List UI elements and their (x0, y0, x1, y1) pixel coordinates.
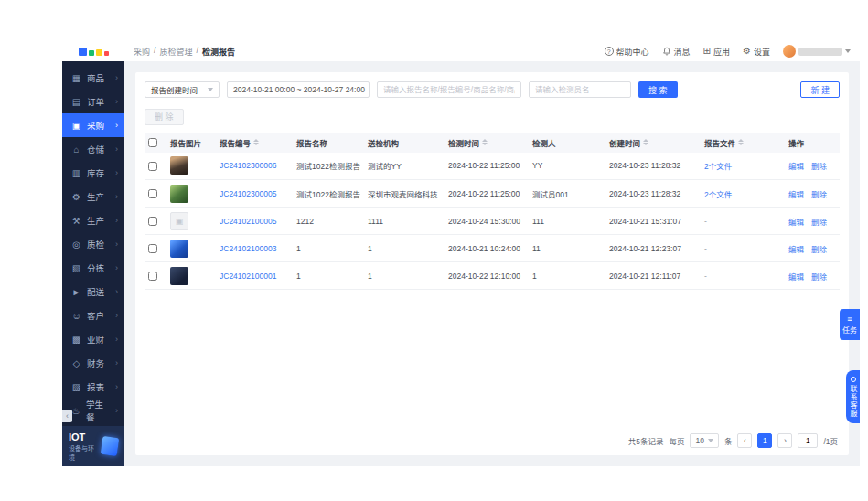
chevron-right-icon: › (115, 358, 118, 368)
edit-link[interactable]: 编辑 (788, 162, 804, 171)
iot-panel[interactable]: IOT 设备与环境 (62, 426, 124, 466)
sidebar-item-sorting[interactable]: ▧ 分拣 › (62, 256, 124, 280)
breadcrumb-item[interactable]: 质检管理 (160, 46, 193, 58)
report-no-link[interactable]: JC24102100005 (220, 217, 276, 226)
delete-link[interactable]: 删除 (811, 245, 827, 254)
chevron-right-icon: › (115, 192, 118, 201)
create-button[interactable]: 新 建 (800, 81, 840, 98)
page-size-select[interactable]: 10 (690, 433, 718, 448)
chevron-right-icon: › (115, 73, 118, 82)
report-thumbnail[interactable] (170, 240, 188, 258)
inventory-icon: ▥ (71, 168, 81, 178)
sort-icon[interactable] (643, 139, 648, 145)
page: 采购 / 质检管理 / 检测报告 ? 帮助中心 消息 ⊞ 应用 (0, 0, 868, 501)
delete-link[interactable]: 删除 (811, 190, 827, 199)
sidebar-item-label: 业财 (87, 333, 104, 346)
report-thumbnail-placeholder[interactable]: ▣ (170, 212, 188, 230)
page-jump-input[interactable] (798, 433, 818, 448)
cell-created-at: 2024-10-23 11:28:32 (605, 180, 701, 208)
sort-icon[interactable] (253, 139, 259, 145)
production-icon: ⚙ (71, 192, 81, 202)
filter-type-select[interactable]: 报告创建时间 (145, 81, 220, 98)
sorting-icon: ▧ (71, 263, 81, 273)
delete-link[interactable]: 删除 (811, 218, 827, 227)
sidebar-item-delivery[interactable]: ► 配送 › (62, 280, 124, 304)
sidebar-item-goods[interactable]: ▦ 商品 › (62, 66, 124, 90)
goods-icon: ▦ (71, 73, 81, 83)
logo-block-blue (79, 48, 87, 56)
chevron-right-icon: › (115, 121, 118, 130)
prev-page-button[interactable]: ‹ (737, 433, 752, 448)
sidebar-item-inventory[interactable]: ▥ 库存 › (62, 161, 124, 185)
edit-link[interactable]: 编辑 (788, 272, 804, 282)
row-checkbox[interactable] (148, 189, 157, 198)
edit-link[interactable]: 编辑 (788, 245, 804, 254)
sidebar-item-label: 财务 (87, 357, 104, 369)
sidebar-item-warehouse[interactable]: ⌂ 仓储 › (62, 137, 124, 161)
cell-test-time: 2024-10-22 12:10:00 (445, 262, 529, 290)
sidebar-item-label: 分拣 (87, 261, 104, 274)
sidebar-item-quality[interactable]: ◎ 质检 › (62, 232, 124, 256)
sidebar: ▦ 商品 › ▤ 订单 › ▣ 采购 › ⌂ 仓储 › (62, 61, 124, 466)
report-thumbnail[interactable] (170, 185, 188, 203)
cell-tester: 11 (529, 235, 605, 262)
production-alt-icon: ⚒ (71, 216, 81, 226)
sidebar-item-label: 配送 (87, 285, 104, 298)
search-button[interactable]: 搜 索 (638, 81, 678, 98)
sidebar-item-customers[interactable]: ☺ 客户 › (62, 304, 124, 327)
sidebar-item-label: 报表 (87, 380, 104, 393)
sidebar-item-label: 库存 (87, 166, 104, 179)
sidebar-item-procurement[interactable]: ▣ 采购 › (62, 113, 124, 137)
sidebar-item-production-2[interactable]: ⚒ 生产 › (62, 208, 124, 232)
row-checkbox[interactable] (148, 162, 157, 171)
column-header: 送检机构 (368, 137, 399, 148)
chevron-down-icon (208, 88, 213, 91)
sidebar-item-orders[interactable]: ▤ 订单 › (62, 90, 124, 113)
table-row: JC24102300005 测试1022检测报告 深圳市观麦网络科技 2024-… (145, 180, 840, 208)
support-floating-button[interactable]: 联系客服 (846, 370, 860, 423)
help-center-button[interactable]: ? 帮助中心 (605, 46, 649, 58)
report-thumbnail[interactable] (170, 267, 188, 285)
select-all-checkbox[interactable] (148, 138, 157, 147)
cell-report-name: 1 (293, 262, 364, 290)
files-link[interactable]: 2个文件 (704, 190, 732, 199)
report-no-link[interactable]: JC24102100001 (220, 272, 276, 281)
cell-test-time: 2024-10-22 11:25:00 (445, 180, 529, 208)
report-no-link[interactable]: JC24102300006 (220, 161, 276, 170)
delete-button[interactable]: 删 除 (145, 109, 184, 125)
sort-icon[interactable] (738, 139, 744, 145)
settings-button[interactable]: ⚙ 设置 (743, 46, 770, 58)
delete-link[interactable]: 删除 (811, 162, 827, 171)
user-menu[interactable] (783, 45, 851, 58)
row-checkbox[interactable] (148, 272, 157, 281)
next-page-button[interactable]: › (777, 433, 792, 448)
sidebar-item-biz-finance[interactable]: ▩ 业财 › (62, 327, 124, 351)
user-name-redacted (798, 48, 842, 56)
brand-logo[interactable] (62, 48, 124, 56)
files-link[interactable]: 2个文件 (704, 162, 732, 171)
breadcrumb-item[interactable]: 采购 (134, 46, 150, 58)
sort-icon[interactable] (482, 139, 488, 145)
edit-link[interactable]: 编辑 (788, 190, 804, 199)
apps-button[interactable]: ⊞ 应用 (703, 46, 730, 58)
sidebar-item-reports[interactable]: ▨ 报表 › (62, 375, 124, 399)
report-list-card: 报告创建时间 2024-10-21 00:00 ~ 2024-10-27 24:… (135, 72, 849, 455)
page-1-button[interactable]: 1 (757, 433, 772, 448)
cell-test-time: 2024-10-22 11:25:00 (445, 153, 529, 180)
tasks-floating-button[interactable]: ≡ 任务 (840, 309, 860, 340)
row-checkbox[interactable] (148, 217, 157, 226)
sidebar-item-finance[interactable]: ◇ 财务 › (62, 351, 124, 375)
report-no-link[interactable]: JC24102100003 (220, 244, 276, 253)
sidebar-collapse-button[interactable]: ‹ (62, 410, 72, 422)
report-thumbnail[interactable] (170, 156, 188, 175)
messages-button[interactable]: 消息 (662, 46, 691, 58)
delete-link[interactable]: 删除 (811, 272, 827, 282)
date-range-input[interactable]: 2024-10-21 00:00 ~ 2024-10-27 24:00 (227, 81, 370, 98)
edit-link[interactable]: 编辑 (788, 218, 804, 227)
keyword-input[interactable] (377, 81, 521, 98)
procurement-icon: ▣ (71, 121, 81, 131)
report-no-link[interactable]: JC24102300005 (220, 189, 276, 198)
row-checkbox[interactable] (148, 244, 157, 253)
inspector-input[interactable] (529, 81, 631, 98)
sidebar-item-production[interactable]: ⚙ 生产 › (62, 185, 124, 208)
